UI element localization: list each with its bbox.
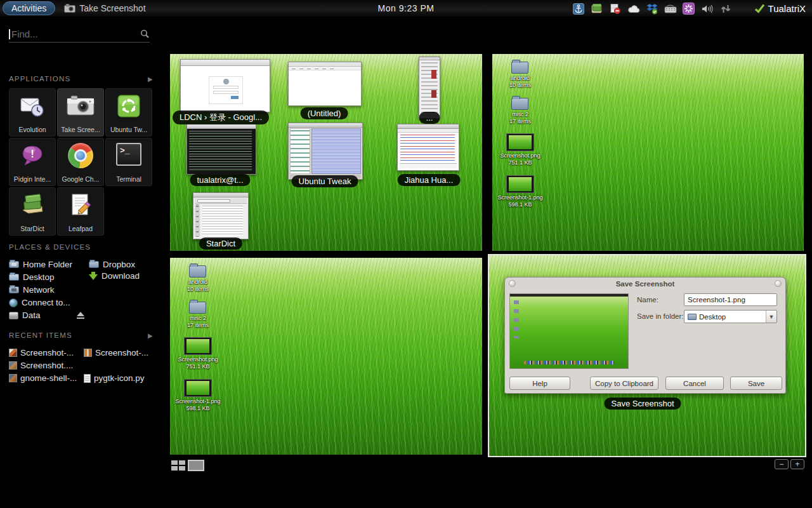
place-dropbox[interactable]: Dropbox [89, 260, 135, 269]
eject-button[interactable] [76, 312, 85, 319]
search-box[interactable] [9, 26, 150, 43]
user-menu[interactable]: TualatriX [754, 3, 806, 14]
dash-sidebar: APPLICATIONS ▶ Evolution Take Scree... U… [0, 17, 162, 508]
pidgin-icon: ! [19, 143, 46, 172]
desktop-folder-icon [9, 274, 19, 281]
help-button[interactable]: Help [509, 377, 570, 390]
workspace-single-toggle[interactable] [188, 460, 204, 471]
desktop-image-file: Screenshot.png 751.1 KB [178, 337, 218, 371]
name-label: Name: [637, 296, 658, 304]
chrome-icon [68, 143, 93, 168]
app-tile-evolution[interactable]: Evolution [9, 88, 56, 137]
app-tile-stardict[interactable]: StarDict [9, 187, 56, 236]
cloud-icon[interactable] [627, 3, 640, 15]
text-cursor [9, 29, 10, 39]
app-tile-ubuntu-tweak[interactable]: Ubuntu Tw... [105, 88, 152, 137]
eject-icon [76, 312, 85, 319]
place-home-folder[interactable]: Home Folder [9, 260, 72, 269]
volume-icon[interactable] [701, 3, 714, 15]
folder-icon [189, 265, 206, 277]
window-thumbnail-ubuntu-tweak[interactable] [288, 123, 363, 180]
place-data[interactable]: Data [9, 311, 41, 320]
updown-arrows-icon[interactable] [719, 3, 732, 15]
app-tile-chrome[interactable]: Google Ch... [57, 138, 104, 186]
network-folder-icon [9, 286, 19, 293]
notes-blocked-icon[interactable] [609, 3, 622, 15]
leafpad-icon [67, 192, 94, 222]
chevron-down-icon[interactable]: ▼ [766, 311, 776, 323]
save-screenshot-dialog[interactable]: Save Screenshot Name: Save in folder: De… [504, 277, 786, 394]
dropbox-icon[interactable] [646, 3, 658, 15]
workspace-zoom-controls: − + [775, 459, 804, 469]
workspace-bottom-right[interactable]: Save Screenshot Name: Save in folder: De… [489, 255, 805, 456]
recent-item[interactable]: Screenshot-... [9, 348, 74, 358]
desktop-icons: android 10 items misc 2 17 items Screens… [175, 265, 221, 412]
window-thumbnail-untitled[interactable] [288, 62, 362, 106]
window-thumbnail-stardict[interactable] [193, 192, 249, 239]
remove-workspace-button[interactable]: − [775, 459, 789, 469]
app-menu[interactable]: Take Screenshot [64, 3, 145, 13]
recent-item[interactable]: pygtk-icon.py [84, 373, 145, 383]
applications-expand-icon[interactable]: ▶ [148, 76, 154, 83]
keyboard-icon[interactable] [664, 3, 677, 15]
window-thumbnail-browser[interactable] [180, 59, 270, 112]
window-label: Jiahua Hua... [398, 174, 461, 186]
folder-icon [511, 98, 528, 110]
save-button[interactable]: Save [730, 377, 782, 390]
activities-button[interactable]: Activities [3, 1, 55, 15]
titlebar-right-button[interactable] [775, 280, 782, 287]
recent-item[interactable]: gnome-shell-... [9, 373, 77, 383]
desktop-folder: misc 2 17 items [509, 98, 531, 126]
home-folder-icon [9, 261, 19, 268]
app-tile-leafpad[interactable]: Leafpad [57, 187, 104, 236]
gear-icon[interactable] [683, 3, 695, 15]
anchor-icon[interactable] [572, 3, 585, 15]
workspace-top-right[interactable]: android 10 items misc 2 17 items Screens… [492, 54, 804, 251]
app-tile-terminal[interactable]: >_ Terminal [105, 138, 152, 186]
screenshot-thumb-icon [506, 133, 534, 151]
window-label: StarDict [199, 237, 242, 250]
desktop-image-file: Screenshot.png 751.1 KB [500, 133, 540, 167]
screenshot-thumb-icon [184, 379, 212, 397]
desktop-folder: android 10 items [187, 265, 209, 293]
search-input[interactable] [11, 29, 140, 39]
terminal-icon: >_ [116, 143, 141, 166]
name-input[interactable] [684, 293, 777, 306]
recent-item[interactable]: Screenshot-... [84, 348, 148, 358]
window-label: (Untitled) [301, 107, 348, 119]
desktop-icons: android 10 items misc 2 17 items Screens… [497, 62, 543, 208]
copy-to-clipboard-button[interactable]: Copy to Clipboard [590, 377, 658, 390]
titlebar-left-button[interactable] [509, 280, 516, 287]
workspace-bottom-left[interactable]: android 10 items misc 2 17 items Screens… [170, 258, 482, 455]
system-tray: TualatriX [572, 0, 806, 17]
place-connect-to[interactable]: Connect to... [9, 298, 70, 307]
cancel-button[interactable]: Cancel [665, 377, 724, 390]
check-icon [754, 4, 765, 13]
applications-header: APPLICATIONS ▶ [9, 75, 154, 83]
save-in-folder-label: Save in folder: [637, 312, 684, 320]
app-title: Take Screenshot [79, 3, 145, 13]
add-workspace-button[interactable]: + [790, 459, 804, 469]
place-network[interactable]: Network [9, 285, 55, 295]
place-download[interactable]: Download [89, 271, 140, 281]
username: TualatriX [768, 3, 806, 14]
window-thumbnail-palette[interactable] [419, 57, 440, 119]
clock[interactable]: Mon 9:23 PM [378, 3, 435, 13]
folder-combobox[interactable]: Desktop ▼ [684, 310, 777, 323]
image-file-icon [84, 349, 92, 357]
app-tile-take-screenshot[interactable]: Take Scree... [57, 88, 104, 137]
window-thumbnail-chat[interactable] [397, 124, 459, 171]
folder-icon [189, 302, 206, 314]
recent-expand-icon[interactable]: ▶ [148, 332, 154, 339]
place-desktop[interactable]: Desktop [9, 272, 55, 282]
dictionary-icon[interactable] [591, 3, 603, 15]
window-thumbnail-terminal[interactable] [187, 124, 256, 175]
workspace-top-left[interactable]: LDCN › 登录 - Googl... (Untitled) ... tual… [170, 54, 482, 251]
recent-header: RECENT ITEMS ▶ [9, 331, 154, 339]
workspace-grid-toggle[interactable] [171, 460, 185, 471]
recent-item[interactable]: Screenshot.... [9, 361, 73, 370]
top-bar: Activities Take Screenshot Mon 9:23 PM [0, 0, 812, 17]
app-tile-pidgin[interactable]: ! Pidgin Inte... [9, 138, 56, 186]
dialog-title: Save Screenshot [616, 280, 675, 288]
image-file-icon [9, 374, 17, 382]
